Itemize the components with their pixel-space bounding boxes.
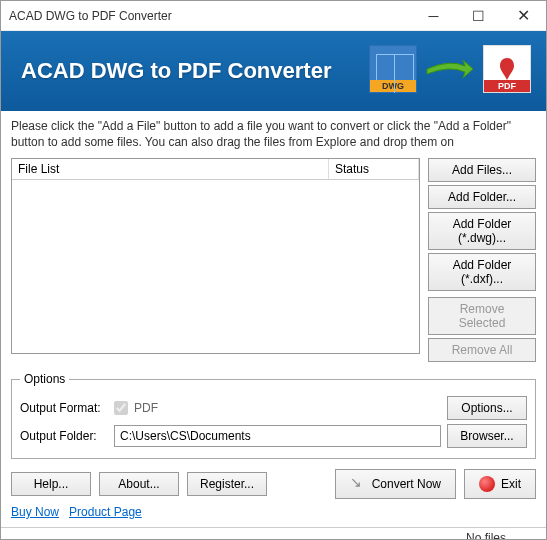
options-button[interactable]: Options... — [447, 396, 527, 420]
status-text: No files — [466, 531, 506, 540]
arrow-icon — [425, 54, 475, 84]
file-list[interactable]: File List Status — [11, 158, 420, 354]
maximize-button[interactable]: ☐ — [456, 1, 501, 31]
about-button[interactable]: About... — [99, 472, 179, 496]
remove-all-button: Remove All — [428, 338, 536, 362]
browser-button[interactable]: Browser... — [447, 424, 527, 448]
banner-title: ACAD DWG to PDF Converter — [21, 58, 331, 84]
remove-selected-button: Remove Selected — [428, 297, 536, 335]
titlebar: ACAD DWG to PDF Converter ─ ☐ ✕ — [1, 1, 546, 31]
file-list-header: File List Status — [12, 159, 419, 180]
statusbar: No files — [1, 527, 546, 540]
pdf-icon: PDF — [483, 45, 531, 93]
options-legend: Options — [20, 372, 69, 386]
exit-icon — [479, 476, 495, 492]
convert-now-button[interactable]: Convert Now — [335, 469, 456, 499]
convert-icon — [350, 476, 366, 492]
dwg-icon: DWG — [369, 45, 417, 93]
convert-label: Convert Now — [372, 477, 441, 491]
add-folder-button[interactable]: Add Folder... — [428, 185, 536, 209]
product-page-link[interactable]: Product Page — [69, 505, 142, 519]
exit-label: Exit — [501, 477, 521, 491]
dwg-label: DWG — [370, 80, 416, 92]
col-file-list[interactable]: File List — [12, 159, 329, 179]
output-format-label: Output Format: — [20, 401, 108, 415]
minimize-button[interactable]: ─ — [411, 1, 456, 31]
close-button[interactable]: ✕ — [501, 1, 546, 31]
exit-button[interactable]: Exit — [464, 469, 536, 499]
output-format-value: PDF — [134, 401, 158, 415]
output-folder-label: Output Folder: — [20, 429, 108, 443]
add-folder-dxf-button[interactable]: Add Folder (*.dxf)... — [428, 253, 536, 291]
banner-icons: DWG PDF — [369, 45, 531, 93]
help-button[interactable]: Help... — [11, 472, 91, 496]
banner: ACAD DWG to PDF Converter DWG PDF — [1, 31, 546, 111]
instructions-text: Please click the "Add a File" button to … — [11, 119, 536, 150]
add-files-button[interactable]: Add Files... — [428, 158, 536, 182]
output-folder-input[interactable] — [114, 425, 441, 447]
register-button[interactable]: Register... — [187, 472, 267, 496]
output-format-checkbox — [114, 401, 128, 415]
window-title: ACAD DWG to PDF Converter — [9, 9, 411, 23]
buy-now-link[interactable]: Buy Now — [11, 505, 59, 519]
add-folder-dwg-button[interactable]: Add Folder (*.dwg)... — [428, 212, 536, 250]
pdf-label: PDF — [484, 80, 530, 92]
options-group: Options Output Format: PDF Options... Ou… — [11, 372, 536, 459]
col-status[interactable]: Status — [329, 159, 419, 179]
